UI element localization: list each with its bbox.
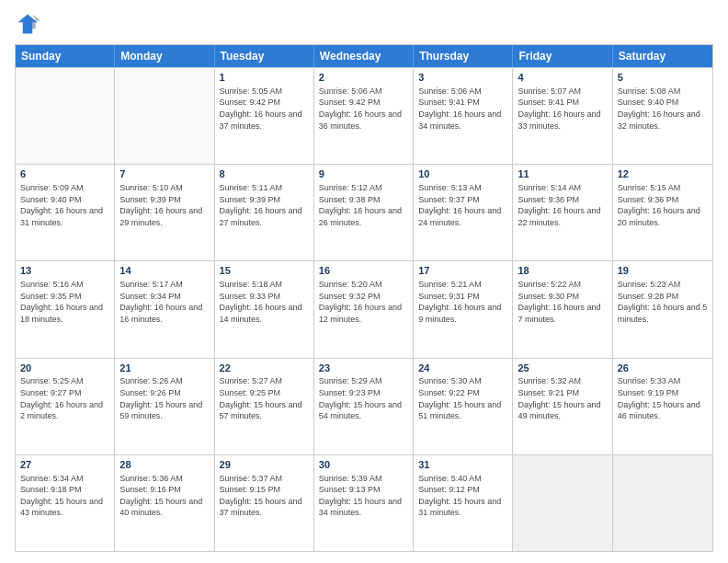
day-cell-24: 24Sunrise: 5:30 AM Sunset: 9:22 PM Dayli… [414,359,513,454]
day-info: Sunrise: 5:37 AM Sunset: 9:15 PM Dayligh… [220,473,309,519]
day-info: Sunrise: 5:36 AM Sunset: 9:16 PM Dayligh… [119,473,209,519]
logo-icon [15,11,40,37]
header-cell-thursday: Thursday [414,45,513,67]
day-cell-5: 5Sunrise: 5:08 AM Sunset: 9:40 PM Daylig… [613,68,712,164]
empty-cell-4-6 [613,455,712,551]
day-number: 11 [518,167,607,181]
day-number: 14 [119,264,209,278]
day-info: Sunrise: 5:30 AM Sunset: 9:22 PM Dayligh… [418,375,507,421]
day-number: 25 [518,362,607,375]
calendar-row-3: 20Sunrise: 5:25 AM Sunset: 9:27 PM Dayli… [16,358,712,454]
day-info: Sunrise: 5:08 AM Sunset: 9:40 PM Dayligh… [618,86,708,132]
day-number: 15 [220,264,309,278]
header-cell-friday: Friday [513,45,612,67]
day-cell-31: 31Sunrise: 5:40 AM Sunset: 9:12 PM Dayli… [414,455,513,551]
day-info: Sunrise: 5:22 AM Sunset: 9:30 PM Dayligh… [518,279,607,325]
day-cell-4: 4Sunrise: 5:07 AM Sunset: 9:41 PM Daylig… [513,68,612,164]
day-number: 10 [418,167,507,181]
day-info: Sunrise: 5:39 AM Sunset: 9:13 PM Dayligh… [319,473,408,519]
calendar-row-0: 1Sunrise: 5:05 AM Sunset: 9:42 PM Daylig… [16,67,712,164]
day-number: 16 [319,264,408,278]
day-info: Sunrise: 5:10 AM Sunset: 9:39 PM Dayligh… [119,182,209,228]
day-cell-22: 22Sunrise: 5:27 AM Sunset: 9:25 PM Dayli… [215,359,314,454]
day-cell-26: 26Sunrise: 5:33 AM Sunset: 9:19 PM Dayli… [613,359,712,454]
day-cell-29: 29Sunrise: 5:37 AM Sunset: 9:15 PM Dayli… [215,455,314,551]
day-cell-16: 16Sunrise: 5:20 AM Sunset: 9:32 PM Dayli… [314,261,414,357]
day-cell-23: 23Sunrise: 5:29 AM Sunset: 9:23 PM Dayli… [314,359,414,454]
day-cell-13: 13Sunrise: 5:16 AM Sunset: 9:35 PM Dayli… [16,261,115,357]
header-cell-tuesday: Tuesday [215,45,314,67]
day-number: 28 [119,458,209,472]
calendar-body: 1Sunrise: 5:05 AM Sunset: 9:42 PM Daylig… [16,67,712,551]
header [15,11,713,37]
day-number: 24 [418,362,507,375]
calendar-row-1: 6Sunrise: 5:09 AM Sunset: 9:40 PM Daylig… [16,164,712,260]
day-info: Sunrise: 5:16 AM Sunset: 9:35 PM Dayligh… [20,279,109,325]
day-cell-6: 6Sunrise: 5:09 AM Sunset: 9:40 PM Daylig… [16,165,115,260]
day-info: Sunrise: 5:13 AM Sunset: 9:37 PM Dayligh… [418,182,507,228]
day-cell-30: 30Sunrise: 5:39 AM Sunset: 9:13 PM Dayli… [314,455,414,551]
day-number: 26 [618,362,708,375]
day-cell-7: 7Sunrise: 5:10 AM Sunset: 9:39 PM Daylig… [115,165,214,260]
day-number: 6 [20,167,109,181]
day-number: 5 [618,71,708,85]
day-number: 31 [418,458,507,472]
calendar-header: SundayMondayTuesdayWednesdayThursdayFrid… [16,45,712,67]
day-number: 9 [319,167,408,181]
day-cell-1: 1Sunrise: 5:05 AM Sunset: 9:42 PM Daylig… [215,68,314,164]
day-number: 20 [20,362,109,375]
day-info: Sunrise: 5:15 AM Sunset: 9:36 PM Dayligh… [618,182,708,228]
day-cell-19: 19Sunrise: 5:23 AM Sunset: 9:28 PM Dayli… [613,261,712,357]
day-info: Sunrise: 5:12 AM Sunset: 9:38 PM Dayligh… [319,182,408,228]
day-number: 23 [319,362,408,375]
day-info: Sunrise: 5:06 AM Sunset: 9:42 PM Dayligh… [319,86,408,132]
day-cell-12: 12Sunrise: 5:15 AM Sunset: 9:36 PM Dayli… [613,165,712,260]
day-info: Sunrise: 5:26 AM Sunset: 9:26 PM Dayligh… [119,375,209,421]
day-number: 12 [618,167,708,181]
day-info: Sunrise: 5:21 AM Sunset: 9:31 PM Dayligh… [418,279,507,325]
day-info: Sunrise: 5:29 AM Sunset: 9:23 PM Dayligh… [319,375,408,421]
day-number: 2 [319,71,408,85]
day-cell-21: 21Sunrise: 5:26 AM Sunset: 9:26 PM Dayli… [115,359,214,454]
day-info: Sunrise: 5:09 AM Sunset: 9:40 PM Dayligh… [20,182,109,228]
day-info: Sunrise: 5:32 AM Sunset: 9:21 PM Dayligh… [518,375,607,421]
day-number: 3 [418,71,507,85]
day-number: 21 [119,362,209,375]
day-info: Sunrise: 5:40 AM Sunset: 9:12 PM Dayligh… [418,473,507,519]
day-number: 1 [220,71,309,85]
calendar-row-4: 27Sunrise: 5:34 AM Sunset: 9:18 PM Dayli… [16,454,712,551]
day-cell-28: 28Sunrise: 5:36 AM Sunset: 9:16 PM Dayli… [115,455,214,551]
day-info: Sunrise: 5:18 AM Sunset: 9:33 PM Dayligh… [220,279,309,325]
day-number: 4 [518,71,607,85]
day-number: 17 [418,264,507,278]
day-number: 27 [20,458,109,472]
day-cell-11: 11Sunrise: 5:14 AM Sunset: 9:36 PM Dayli… [513,165,612,260]
day-info: Sunrise: 5:34 AM Sunset: 9:18 PM Dayligh… [20,473,109,519]
day-number: 8 [220,167,309,181]
logo [15,11,44,37]
day-info: Sunrise: 5:20 AM Sunset: 9:32 PM Dayligh… [319,279,408,325]
day-info: Sunrise: 5:33 AM Sunset: 9:19 PM Dayligh… [618,375,708,421]
day-number: 30 [319,458,408,472]
day-cell-17: 17Sunrise: 5:21 AM Sunset: 9:31 PM Dayli… [414,261,513,357]
calendar: SundayMondayTuesdayWednesdayThursdayFrid… [15,44,713,552]
day-info: Sunrise: 5:05 AM Sunset: 9:42 PM Dayligh… [220,86,309,132]
day-info: Sunrise: 5:14 AM Sunset: 9:36 PM Dayligh… [518,182,607,228]
day-number: 18 [518,264,607,278]
day-cell-20: 20Sunrise: 5:25 AM Sunset: 9:27 PM Dayli… [16,359,115,454]
day-number: 13 [20,264,109,278]
day-cell-15: 15Sunrise: 5:18 AM Sunset: 9:33 PM Dayli… [215,261,314,357]
day-number: 22 [220,362,309,375]
day-cell-3: 3Sunrise: 5:06 AM Sunset: 9:41 PM Daylig… [414,68,513,164]
day-cell-8: 8Sunrise: 5:11 AM Sunset: 9:39 PM Daylig… [215,165,314,260]
header-cell-wednesday: Wednesday [314,45,414,67]
empty-cell-0-0 [16,68,115,164]
day-cell-27: 27Sunrise: 5:34 AM Sunset: 9:18 PM Dayli… [16,455,115,551]
day-number: 7 [119,167,209,181]
day-cell-18: 18Sunrise: 5:22 AM Sunset: 9:30 PM Dayli… [513,261,612,357]
day-info: Sunrise: 5:06 AM Sunset: 9:41 PM Dayligh… [418,86,507,132]
day-cell-14: 14Sunrise: 5:17 AM Sunset: 9:34 PM Dayli… [115,261,214,357]
day-info: Sunrise: 5:11 AM Sunset: 9:39 PM Dayligh… [220,182,309,228]
day-info: Sunrise: 5:25 AM Sunset: 9:27 PM Dayligh… [20,375,109,421]
page: SundayMondayTuesdayWednesdayThursdayFrid… [0,0,728,563]
